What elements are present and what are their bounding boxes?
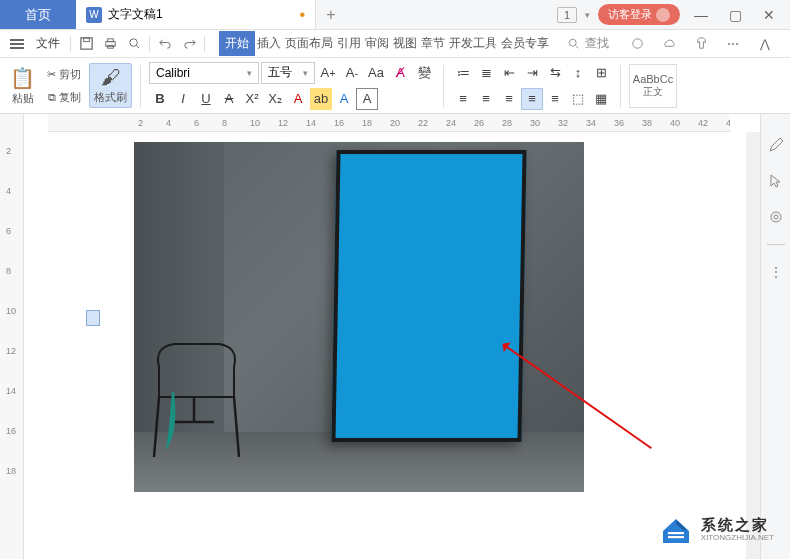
ribbon-tab-review[interactable]: 审阅 — [363, 31, 391, 56]
strike-button[interactable]: A — [218, 88, 240, 110]
search-label: 查找 — [585, 35, 609, 52]
ribbon-tab-member[interactable]: 会员专享 — [499, 31, 551, 56]
undo-icon[interactable] — [154, 33, 176, 55]
ruler-tick: 42 — [698, 118, 708, 128]
scrollbar-vertical[interactable] — [746, 132, 760, 559]
align-center-button[interactable]: ≡ — [475, 88, 497, 110]
shading-button[interactable]: ⬚ — [567, 88, 589, 110]
ruler-tick: 2 — [138, 118, 143, 128]
save-icon[interactable] — [75, 33, 97, 55]
font-color-button[interactable]: A — [287, 88, 309, 110]
bullets-button[interactable]: ≔ — [452, 62, 474, 84]
font-size-value: 五号 — [268, 64, 292, 81]
ribbon-tab-start[interactable]: 开始 — [219, 31, 255, 56]
ruler-tick: 36 — [614, 118, 624, 128]
settings-icon[interactable] — [767, 208, 785, 226]
ruler-tick: 32 — [558, 118, 568, 128]
borders-button[interactable]: ▦ — [590, 88, 612, 110]
cut-button[interactable]: ✂剪切 — [43, 65, 85, 84]
font-size-select[interactable]: 五号▾ — [261, 62, 315, 84]
ribbon-tab-insert[interactable]: 插入 — [255, 31, 283, 56]
cursor-icon[interactable] — [767, 172, 785, 190]
underline-button[interactable]: U — [195, 88, 217, 110]
more-tools-icon[interactable]: ⋮ — [767, 263, 785, 281]
guest-login-button[interactable]: 访客登录 — [598, 4, 680, 25]
separator — [443, 65, 444, 107]
highlight-button[interactable]: ab — [310, 88, 332, 110]
superscript-button[interactable]: X² — [241, 88, 263, 110]
app-menu-button[interactable] — [6, 35, 28, 53]
skin-icon[interactable] — [690, 33, 712, 55]
ruler-tick: 22 — [418, 118, 428, 128]
scissors-icon: ✂ — [47, 68, 56, 81]
bold-button[interactable]: B — [149, 88, 171, 110]
new-tab-button[interactable]: + — [316, 0, 346, 29]
ruler-vertical[interactable]: 2 4 6 8 10 12 14 16 18 — [0, 114, 24, 559]
format-painter-button[interactable]: 🖌 格式刷 — [89, 63, 132, 108]
minimize-button[interactable]: — — [688, 2, 714, 28]
decrease-indent-button[interactable]: ⇤ — [498, 62, 520, 84]
collapse-ribbon-icon[interactable]: ⋀ — [754, 33, 776, 55]
paste-button[interactable]: 📋 粘贴 — [6, 64, 39, 108]
cloud-icon[interactable] — [658, 33, 680, 55]
image-chair — [144, 332, 264, 462]
ribbon-tab-view[interactable]: 视图 — [391, 31, 419, 56]
grow-font-button[interactable]: A+ — [317, 62, 339, 84]
separator — [70, 36, 71, 52]
file-menu[interactable]: 文件 — [30, 31, 66, 56]
font-name-select[interactable]: Calibri▾ — [149, 62, 259, 84]
style-normal[interactable]: AaBbCc 正文 — [629, 64, 677, 108]
line-spacing-button[interactable]: ↕ — [567, 62, 589, 84]
ribbon-tab-section[interactable]: 章节 — [419, 31, 447, 56]
paste-label: 粘贴 — [12, 91, 34, 106]
ribbon-tab-page-layout[interactable]: 页面布局 — [283, 31, 335, 56]
char-border-button[interactable]: A — [356, 88, 378, 110]
italic-button[interactable]: I — [172, 88, 194, 110]
ruler-tick: 18 — [6, 466, 16, 476]
close-button[interactable]: ✕ — [756, 2, 782, 28]
document-canvas[interactable]: 2 4 6 8 10 12 14 16 18 20 22 24 26 28 30… — [24, 114, 760, 559]
window-index[interactable]: 1 — [557, 7, 577, 23]
subscript-button[interactable]: X₂ — [264, 88, 286, 110]
search-box[interactable]: 查找 — [560, 32, 616, 55]
ribbon-tab-references[interactable]: 引用 — [335, 31, 363, 56]
ribbon-tab-developer[interactable]: 开发工具 — [447, 31, 499, 56]
distribute-button[interactable]: ≡ — [544, 88, 566, 110]
ruler-tick: 30 — [530, 118, 540, 128]
align-left-button[interactable]: ≡ — [452, 88, 474, 110]
align-right-button[interactable]: ≡ — [498, 88, 520, 110]
avatar-icon — [656, 8, 670, 22]
copy-button[interactable]: ⧉复制 — [44, 88, 85, 107]
separator — [620, 65, 621, 107]
ruler-horizontal[interactable]: 2 4 6 8 10 12 14 16 18 20 22 24 26 28 30… — [48, 114, 730, 132]
shrink-font-button[interactable]: A- — [341, 62, 363, 84]
more-icon[interactable]: ⋯ — [722, 33, 744, 55]
font-group: Calibri▾ 五号▾ A+ A- Aa A̸ 變 B I U A X² X₂… — [149, 62, 435, 110]
maximize-button[interactable]: ▢ — [722, 2, 748, 28]
change-case-button[interactable]: Aa — [365, 62, 387, 84]
ruler-tick: 2 — [6, 146, 11, 156]
document-area: 2 4 6 8 10 12 14 16 18 2 4 6 8 10 12 14 … — [0, 114, 790, 559]
ruler-tick: 4 — [166, 118, 171, 128]
ribbon-tabs: 开始 插入 页面布局 引用 审阅 视图 章节 开发工具 会员专享 — [219, 31, 551, 56]
print-icon[interactable] — [99, 33, 121, 55]
separator — [149, 36, 150, 52]
sort-button[interactable]: ⊞ — [590, 62, 612, 84]
window-index-dropdown-icon[interactable]: ▾ — [585, 10, 590, 20]
pencil-icon[interactable] — [767, 136, 785, 154]
print-preview-icon[interactable] — [123, 33, 145, 55]
ruler-tick: 10 — [6, 306, 16, 316]
sync-icon[interactable] — [626, 33, 648, 55]
redo-icon[interactable] — [178, 33, 200, 55]
increase-indent-button[interactable]: ⇥ — [521, 62, 543, 84]
align-justify-button[interactable]: ≡ — [521, 88, 543, 110]
phonetic-guide-button[interactable]: 變 — [413, 62, 435, 84]
clear-format-button[interactable]: A̸ — [389, 62, 411, 84]
tab-home[interactable]: 首页 — [0, 0, 76, 29]
embedded-image[interactable] — [134, 142, 584, 492]
ruler-tick: 12 — [6, 346, 16, 356]
numbering-button[interactable]: ≣ — [475, 62, 497, 84]
tab-document[interactable]: W 文字文稿1 • — [76, 0, 316, 29]
tab-button[interactable]: ⇆ — [544, 62, 566, 84]
text-effects-button[interactable]: A — [333, 88, 355, 110]
